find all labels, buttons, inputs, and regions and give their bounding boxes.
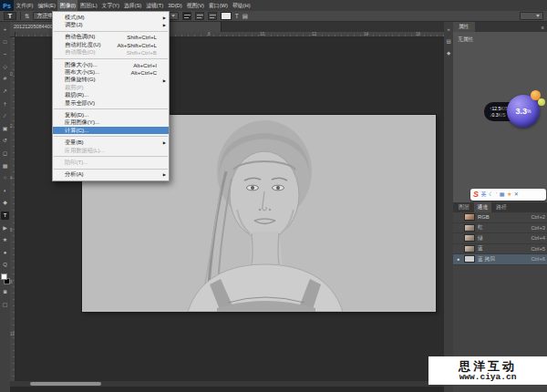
- menu-item[interactable]: 计算(C)...: [53, 127, 169, 134]
- sogou-logo-icon[interactable]: S: [473, 189, 479, 201]
- menu-bar-item[interactable]: 窗口(W): [207, 0, 231, 11]
- tool-button[interactable]: ◻: [1, 150, 9, 158]
- panel-tab[interactable]: 通道: [474, 202, 492, 212]
- menu-item[interactable]: 陷印(T)...: [53, 159, 169, 166]
- align-left-icon[interactable]: [182, 12, 191, 20]
- tool-button[interactable]: ◇: [1, 63, 9, 71]
- menu-item[interactable]: [54, 136, 168, 137]
- menu-item[interactable]: 调整(J) ▶: [53, 21, 169, 28]
- menu-bar-item[interactable]: 文字(Y): [99, 0, 121, 11]
- speed-ball-value: 3.3: [516, 107, 528, 116]
- channel-thumbnail: [464, 213, 475, 221]
- menu-item[interactable]: [54, 108, 168, 109]
- visibility-eye-icon[interactable]: ●: [455, 256, 461, 262]
- panel-tab[interactable]: 路径: [492, 202, 511, 212]
- tool-button[interactable]: ▶: [1, 224, 9, 232]
- tool-button[interactable]: ●: [1, 249, 9, 257]
- warp-text-icon[interactable]: T: [235, 13, 239, 19]
- foreground-color-swatch[interactable]: [1, 273, 7, 280]
- tool-button[interactable]: ★: [1, 236, 9, 244]
- menu-item[interactable]: 显示全部(V): [53, 99, 169, 107]
- menu-item[interactable]: 自动颜色(O) Shift+Ctrl+B: [53, 49, 169, 57]
- channel-row[interactable]: RGB Ctrl+2: [453, 212, 547, 223]
- menu-item[interactable]: 分析(A) ▶: [53, 171, 169, 179]
- menu-bar-item[interactable]: 编辑(E): [36, 0, 57, 11]
- tool-button[interactable]: Q: [1, 261, 9, 269]
- submenu-arrow-icon: ▶: [163, 140, 166, 145]
- toggle-panels-icon[interactable]: ▤: [243, 13, 248, 20]
- channel-thumbnail: [464, 255, 475, 263]
- horizontal-scrollbar[interactable]: [10, 381, 444, 387]
- dock-icon[interactable]: »: [447, 26, 449, 32]
- ime-icons: 英☾’▦★✕: [481, 189, 519, 201]
- dock-icon[interactable]: ▤: [446, 38, 450, 44]
- tool-button[interactable]: +: [1, 26, 9, 34]
- tool-button[interactable]: □: [1, 38, 9, 46]
- ime-icon[interactable]: ★: [507, 189, 511, 201]
- menu-bar-item[interactable]: 3D(D): [166, 0, 184, 11]
- tool-button[interactable]: ↺: [1, 137, 9, 145]
- menu-bar-item[interactable]: 滤镜(T): [144, 0, 166, 11]
- ime-icon[interactable]: ’: [496, 189, 497, 201]
- panel-tab[interactable]: 图层: [455, 202, 473, 212]
- type-tool-preset-icon[interactable]: T: [4, 12, 16, 20]
- tool-button[interactable]: ~: [1, 50, 9, 58]
- menu-item-label: 显示全部(V): [65, 99, 95, 108]
- tool-button[interactable]: ○: [1, 174, 9, 182]
- align-right-icon[interactable]: [208, 12, 217, 20]
- ime-icon[interactable]: ✕: [514, 189, 519, 201]
- tool-button[interactable]: ◆: [1, 199, 9, 207]
- tool-button[interactable]: ◐: [1, 187, 9, 195]
- channel-shortcut: Ctrl+5: [531, 246, 545, 252]
- tool-button[interactable]: #: [1, 75, 9, 83]
- panel-dock-strip: »▤◆: [444, 22, 453, 392]
- ime-icon[interactable]: ▦: [500, 189, 505, 201]
- quick-mask-icon[interactable]: ◙: [1, 288, 9, 296]
- dock-icon[interactable]: ◆: [447, 50, 450, 56]
- menu-item[interactable]: [54, 169, 168, 170]
- menu-bar-item[interactable]: 文件(F): [14, 0, 36, 11]
- tool-button[interactable]: †: [1, 100, 9, 108]
- panel-menu-icon[interactable]: ≡: [542, 25, 547, 30]
- menu-item-shortcut: Shift+Ctrl+L: [127, 34, 163, 40]
- ruler-number: 0: [10, 72, 15, 124]
- screen-mode-icon[interactable]: ▢: [1, 301, 9, 309]
- tool-button[interactable]: ▣: [1, 125, 9, 133]
- tab-properties[interactable]: 属性: [453, 22, 475, 32]
- align-center-icon[interactable]: [195, 12, 204, 20]
- menu-item[interactable]: [54, 31, 168, 32]
- channel-row[interactable]: ● 蓝 拷贝 Ctrl+6: [453, 254, 547, 265]
- menu-item[interactable]: [54, 156, 168, 157]
- menu-bar-item[interactable]: 图像(I): [57, 0, 77, 11]
- menu-item[interactable]: [54, 58, 168, 59]
- ruler-number: 12: [312, 32, 364, 36]
- menu-item[interactable]: 应用数据组(L)...: [53, 147, 169, 154]
- menu-bar-item[interactable]: 帮助(H): [230, 0, 253, 11]
- scrollbar-thumb[interactable]: [30, 382, 101, 386]
- color-swatches[interactable]: [1, 273, 10, 284]
- ime-icon[interactable]: ☾: [489, 189, 493, 201]
- channel-row[interactable]: 红 Ctrl+3: [453, 223, 547, 234]
- tool-button[interactable]: ▦: [1, 162, 9, 170]
- menu-bar-item[interactable]: 图层(L): [77, 0, 99, 11]
- text-orientation-icon[interactable]: ⇅: [25, 13, 29, 20]
- tool-button[interactable]: T: [1, 211, 9, 220]
- ime-icon[interactable]: 英: [481, 189, 487, 201]
- balloon-decoration-icon: [538, 98, 545, 106]
- channel-shortcut: Ctrl+6: [531, 256, 545, 262]
- channel-row[interactable]: 蓝 Ctrl+5: [453, 244, 547, 255]
- workspace-select[interactable]: [520, 12, 543, 20]
- menu-bar-item[interactable]: 选择(S): [121, 0, 143, 11]
- no-properties-label: 无属性: [458, 36, 473, 42]
- menu-item-label: 分析(A): [65, 170, 84, 179]
- menu-bar-item[interactable]: 视图(V): [184, 0, 206, 11]
- watermark: 思洋互动 www.ciya.cn: [428, 356, 547, 385]
- menu-item-shortcut: Alt+Ctrl+I: [133, 62, 163, 68]
- channels-panel-tabs: 图层 通道 路径: [453, 202, 547, 212]
- tool-button[interactable]: ↗: [1, 88, 9, 96]
- channels-list: RGB Ctrl+2 红 Ctrl+3 绿 Ctrl+4: [453, 212, 547, 265]
- tool-button[interactable]: ∕: [1, 112, 9, 120]
- text-color-swatch[interactable]: [221, 12, 232, 20]
- channel-row[interactable]: 绿 Ctrl+4: [453, 233, 547, 244]
- menu-item-label: 陷印(T)...: [65, 159, 88, 167]
